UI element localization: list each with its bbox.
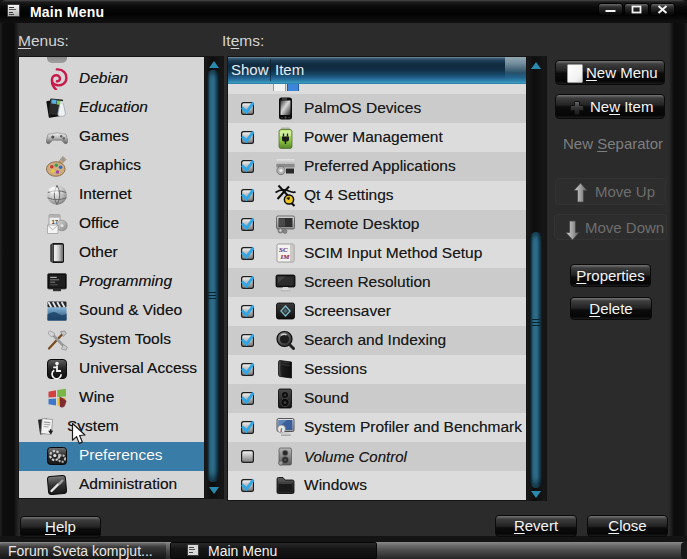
- svg-text:IM: IM: [280, 253, 291, 261]
- svg-text:i: i: [280, 426, 282, 433]
